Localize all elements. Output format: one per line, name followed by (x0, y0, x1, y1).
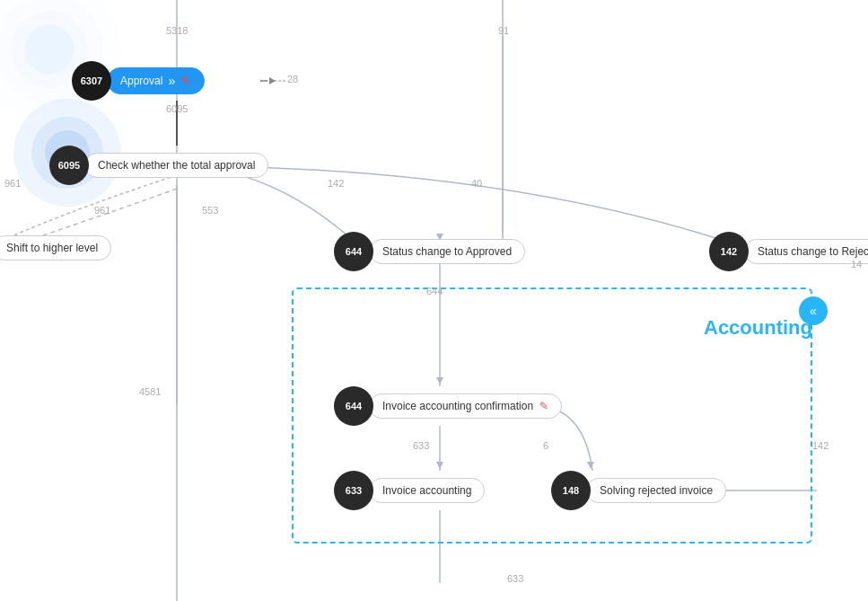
node-solving-rejected[interactable]: 148 Solving rejected invoice (551, 471, 726, 510)
edge-label-6095: 6095 (166, 103, 188, 114)
edge-label-633b: 633 (507, 573, 523, 584)
chevron-right-icon: » (168, 74, 175, 88)
node-approval[interactable]: 6307 Approval » ✎ (72, 61, 205, 101)
collapse-icon: « (810, 304, 817, 318)
node-invoice-accounting[interactable]: 633 Invoice accounting (334, 471, 485, 510)
node-status-approved-label: Status change to Approved (369, 239, 525, 264)
workflow-canvas: 6307 Approval » ✎ 6095 Check whether the… (0, 0, 868, 601)
edge-label-142: 142 (328, 178, 344, 189)
node-check-approval[interactable]: 6095 Check whether the total approval (49, 146, 268, 185)
edge-label-40: 40 (471, 178, 482, 189)
node-invoice-confirmation-id: 644 (334, 386, 373, 426)
edge-label-28: 28 (287, 74, 298, 84)
node-invoice-confirmation[interactable]: 644 Invoice accounting confirmation ✎ (334, 386, 562, 426)
accounting-collapse-button[interactable]: « (799, 296, 828, 325)
node-approval-label: Approval » ✎ (107, 67, 205, 94)
edge-label-91: 91 (498, 25, 509, 36)
node-check-approval-label: Check whether the total approval (84, 153, 268, 178)
node-shift-higher[interactable]: Shift to higher level (0, 235, 111, 261)
edit-icon-2: ✎ (539, 400, 548, 412)
edge-label-142b: 142 (812, 440, 829, 451)
node-approval-id: 6307 (72, 61, 111, 101)
node-invoice-confirmation-label: Invoice accounting confirmation ✎ (369, 393, 562, 419)
accounting-title: Accounting (704, 316, 812, 340)
node-status-rejected[interactable]: 142 Status change to Rejected (709, 232, 868, 271)
node-check-approval-id: 6095 (49, 146, 89, 185)
edge-label-553: 553 (202, 205, 218, 216)
edge-label-6: 6 (543, 440, 548, 451)
node-solving-rejected-id: 148 (551, 471, 591, 510)
node-status-rejected-id: 142 (709, 232, 749, 271)
node-status-approved[interactable]: 644 Status change to Approved (334, 232, 525, 271)
edge-label-633a: 633 (413, 440, 429, 451)
node-invoice-accounting-label: Invoice accounting (369, 478, 485, 503)
node-invoice-accounting-id: 633 (334, 471, 373, 510)
edge-label-961a: 961 (4, 178, 21, 189)
edge-label-4581: 4581 (139, 386, 161, 397)
edit-icon: ✎ (180, 74, 191, 88)
edge-label-5318: 5318 (166, 25, 188, 36)
edge-label-644: 644 (426, 286, 443, 296)
node-status-approved-id: 644 (334, 232, 373, 271)
node-status-rejected-label: Status change to Rejected (744, 239, 868, 264)
edge-label-14: 14 (851, 259, 862, 270)
svg-marker-16 (269, 77, 276, 84)
edge-label-961b: 961 (94, 205, 110, 216)
node-solving-rejected-label: Solving rejected invoice (586, 478, 726, 503)
